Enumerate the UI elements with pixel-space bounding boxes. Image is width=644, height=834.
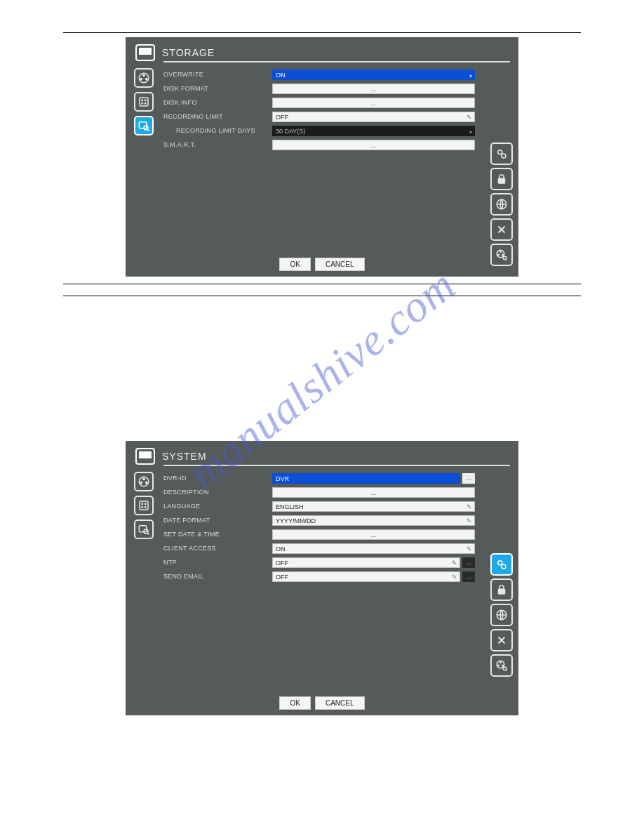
storage-panel: STORAGE OVERWRITE ON▾: [126, 37, 518, 277]
reel-icon[interactable]: [134, 68, 154, 88]
right-nav: [490, 143, 513, 266]
monitor-icon: [135, 44, 155, 61]
svg-line-21: [506, 259, 507, 260]
edit-icon: ✎: [467, 516, 472, 527]
smart-label: S.M.A.R.T.: [163, 141, 272, 148]
lock-icon[interactable]: [490, 578, 513, 601]
ok-button[interactable]: OK: [279, 696, 310, 710]
ntp-select[interactable]: OFF✎: [272, 557, 460, 568]
reel-search-icon[interactable]: [490, 654, 513, 677]
svg-point-18: [498, 254, 499, 256]
svg-point-12: [498, 150, 502, 154]
edit-icon: ✎: [467, 112, 472, 123]
svg-point-40: [498, 665, 499, 666]
left-nav: [134, 472, 163, 689]
lock-icon[interactable]: [490, 168, 513, 190]
svg-point-17: [500, 251, 502, 253]
dvrid-input[interactable]: DVR: [272, 473, 460, 484]
setdate-label: SET DATE & TIME: [163, 531, 272, 538]
svg-point-23: [143, 478, 145, 479]
edit-icon: ✎: [467, 544, 472, 555]
svg-rect-4: [140, 98, 148, 106]
keypad-icon[interactable]: [134, 496, 154, 515]
globe-icon[interactable]: [490, 193, 513, 216]
lang-select[interactable]: ENGLISH✎: [272, 501, 475, 512]
reel-icon[interactable]: [134, 472, 154, 491]
svg-point-27: [142, 503, 143, 505]
disk-search-icon[interactable]: [134, 116, 154, 135]
svg-point-35: [502, 564, 506, 569]
client-label: CLIENT ACCESS: [163, 545, 272, 552]
email-select[interactable]: OFF✎: [272, 571, 460, 582]
divider: [163, 61, 510, 62]
lang-label: LANGUAGE: [163, 503, 272, 510]
svg-point-8: [145, 103, 147, 105]
divider: [163, 465, 510, 466]
tools-icon[interactable]: [490, 218, 513, 241]
ntp-label: NTP: [163, 559, 272, 566]
tools-icon[interactable]: [490, 629, 513, 651]
diskformat-button[interactable]: ...: [272, 84, 475, 94]
chevron-down-icon: ▾: [469, 71, 472, 81]
divider: [63, 32, 581, 33]
svg-rect-36: [499, 589, 505, 594]
svg-point-29: [142, 507, 143, 508]
client-select[interactable]: ON✎: [272, 543, 475, 554]
left-nav: [134, 68, 163, 251]
reclimitdays-label: RECORDING LIMIT DAYS: [163, 127, 272, 134]
reclimitdays-select[interactable]: 30 DAY(S)▾: [272, 126, 475, 136]
svg-point-39: [500, 662, 502, 663]
svg-point-3: [146, 78, 147, 79]
svg-point-19: [502, 254, 504, 256]
cancel-button[interactable]: CANCEL: [315, 696, 365, 710]
svg-rect-14: [499, 178, 505, 183]
globe-icon[interactable]: [490, 604, 513, 626]
smart-button[interactable]: ...: [272, 140, 475, 150]
ok-button[interactable]: OK: [279, 258, 310, 271]
chevron-down-icon: ▾: [469, 127, 472, 138]
keypad-icon[interactable]: [134, 92, 154, 112]
ntp-more-button[interactable]: ...: [462, 557, 475, 568]
email-label: SEND EMAIL: [163, 573, 272, 580]
system-panel: SYSTEM DVR-ID DVR ...: [126, 441, 518, 715]
svg-point-6: [145, 100, 147, 101]
right-nav: [490, 553, 513, 677]
cancel-button[interactable]: CANCEL: [315, 258, 365, 271]
overwrite-label: OVERWRITE: [163, 71, 272, 78]
svg-point-28: [145, 503, 147, 505]
disk-search-icon[interactable]: [134, 519, 154, 539]
svg-rect-26: [140, 501, 148, 510]
datefmt-label: DATE FORMAT: [163, 517, 272, 524]
svg-line-43: [506, 670, 507, 671]
svg-point-41: [502, 665, 504, 666]
reel-search-icon[interactable]: [490, 244, 513, 266]
gears-icon[interactable]: [490, 143, 513, 165]
datefmt-select[interactable]: YYYY/MM/DD✎: [272, 515, 475, 526]
gears-icon[interactable]: [490, 553, 513, 576]
reclimit-label: RECORDING LIMIT: [163, 113, 272, 120]
svg-line-11: [147, 129, 149, 131]
desc-button[interactable]: ...: [272, 487, 475, 498]
svg-point-24: [140, 482, 142, 483]
svg-point-1: [143, 74, 145, 76]
svg-point-34: [498, 561, 502, 565]
svg-point-25: [146, 482, 147, 483]
diskinfo-button[interactable]: ...: [272, 98, 475, 108]
monitor-icon: [135, 448, 155, 465]
svg-point-13: [502, 154, 506, 158]
overwrite-select[interactable]: ON▾: [272, 70, 475, 80]
svg-point-5: [142, 100, 143, 101]
svg-point-7: [142, 103, 143, 105]
divider: [63, 284, 581, 284]
svg-rect-31: [139, 526, 147, 532]
dvrid-label: DVR-ID: [163, 475, 272, 482]
email-more-button[interactable]: ...: [462, 571, 475, 582]
divider: [63, 296, 581, 296]
panel-title: SYSTEM: [162, 448, 510, 465]
desc-label: DESCRIPTION: [163, 489, 272, 496]
svg-rect-9: [139, 122, 147, 128]
dvrid-more-button[interactable]: ...: [462, 473, 475, 484]
reclimit-select[interactable]: OFF✎: [272, 112, 475, 122]
setdate-button[interactable]: ...: [272, 529, 475, 540]
diskinfo-label: DISK INFO: [163, 99, 272, 106]
